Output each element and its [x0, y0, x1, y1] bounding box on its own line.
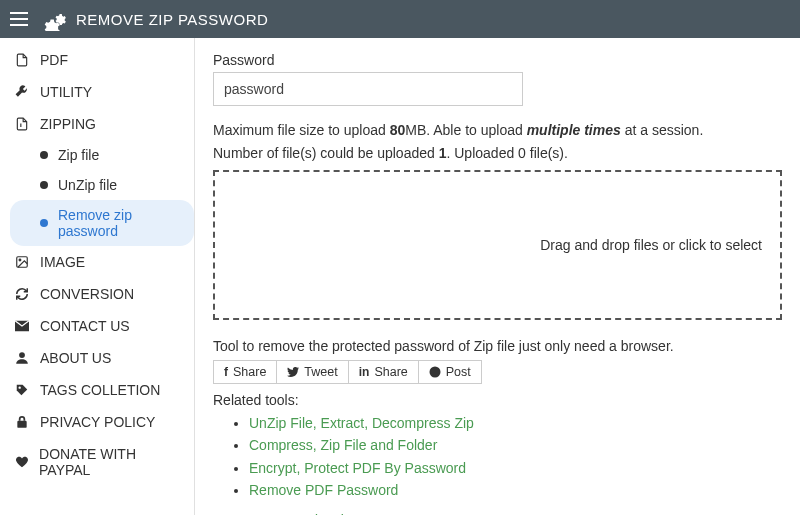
sidebar: PDF UTILITY ZIPPING Zip file UnZip file — [0, 38, 195, 515]
sidebar-item-utility[interactable]: UTILITY — [0, 76, 194, 108]
share-reddit-button[interactable]: Post — [419, 361, 481, 383]
reddit-icon — [429, 366, 441, 378]
related-tools-title: Related tools: — [213, 392, 782, 408]
sidebar-item-zipping[interactable]: ZIPPING — [0, 108, 194, 140]
sidebar-item-image[interactable]: IMAGE — [0, 246, 194, 278]
sidebar-item-label: UTILITY — [40, 84, 92, 100]
app-header: REMOVE ZIP PASSWORD — [0, 0, 800, 38]
bullet-icon — [40, 219, 48, 227]
facebook-icon: f — [224, 365, 228, 379]
tag-link[interactable]: #zip — [326, 512, 352, 515]
svg-point-2 — [19, 259, 21, 261]
sidebar-item-label: PRIVACY POLICY — [40, 414, 155, 430]
tag-link[interactable]: #password — [250, 512, 318, 515]
svg-point-3 — [19, 352, 25, 358]
sidebar-item-conversion[interactable]: CONVERSION — [0, 278, 194, 310]
svg-point-6 — [429, 367, 440, 378]
tool-description: Tool to remove the protected password of… — [213, 338, 782, 354]
dropzone-text: Drag and drop files or click to select — [540, 237, 762, 253]
sidebar-subitem-remove-zip-password[interactable]: Remove zip password — [10, 200, 194, 246]
sidebar-item-label: TAGS COLLETION — [40, 382, 160, 398]
bullet-icon — [40, 181, 48, 189]
sidebar-item-donate[interactable]: DONATE WITH PAYPAL — [0, 438, 194, 486]
sidebar-item-label: CONVERSION — [40, 286, 134, 302]
file-pdf-icon — [14, 52, 30, 68]
password-label: Password — [213, 52, 782, 68]
envelope-icon — [14, 320, 30, 332]
sidebar-item-label: IMAGE — [40, 254, 85, 270]
share-bar: f Share Tweet in Share Post — [213, 360, 482, 384]
file-zip-icon — [14, 116, 30, 132]
bullet-icon — [40, 151, 48, 159]
sidebar-subitem-zip-file[interactable]: Zip file — [10, 140, 194, 170]
tag-icon — [14, 383, 30, 397]
wrench-icon — [14, 85, 30, 99]
sidebar-item-contact[interactable]: CONTACT US — [0, 310, 194, 342]
gears-icon — [38, 7, 66, 31]
linkedin-icon: in — [359, 365, 370, 379]
tags-line: Tags: #password, #zip — [213, 512, 782, 515]
menu-icon[interactable] — [10, 12, 28, 26]
upload-count-text: Number of file(s) could be uploaded 1. U… — [213, 143, 782, 164]
sidebar-item-label: PDF — [40, 52, 68, 68]
sidebar-item-pdf[interactable]: PDF — [0, 44, 194, 76]
share-facebook-button[interactable]: f Share — [214, 361, 277, 383]
password-input[interactable] — [213, 72, 523, 106]
twitter-icon — [287, 367, 299, 377]
related-link[interactable]: Compress, Zip File and Folder — [249, 434, 782, 456]
related-link[interactable]: Remove PDF Password — [249, 479, 782, 501]
main-content: Password Maximum file size to upload 80M… — [195, 38, 800, 515]
sidebar-item-label: CONTACT US — [40, 318, 130, 334]
refresh-icon — [14, 287, 30, 301]
zipping-submenu: Zip file UnZip file Remove zip password — [0, 140, 194, 246]
sidebar-item-label: DONATE WITH PAYPAL — [39, 446, 182, 478]
sidebar-subitem-unzip-file[interactable]: UnZip file — [10, 170, 194, 200]
sidebar-subitem-label: Remove zip password — [58, 207, 184, 239]
user-icon — [14, 351, 30, 365]
image-icon — [14, 255, 30, 269]
share-linkedin-button[interactable]: in Share — [349, 361, 419, 383]
sidebar-subitem-label: Zip file — [58, 147, 99, 163]
related-link[interactable]: UnZip File, Extract, Decompress Zip — [249, 412, 782, 434]
svg-point-4 — [19, 387, 21, 389]
related-link[interactable]: Encrypt, Protect PDF By Password — [249, 457, 782, 479]
heart-icon — [14, 455, 29, 469]
sidebar-item-about[interactable]: ABOUT US — [0, 342, 194, 374]
related-tools-list: UnZip File, Extract, Decompress Zip Comp… — [249, 412, 782, 502]
sidebar-item-privacy[interactable]: PRIVACY POLICY — [0, 406, 194, 438]
sidebar-item-label: ABOUT US — [40, 350, 111, 366]
page-title: REMOVE ZIP PASSWORD — [76, 11, 268, 28]
upload-limit-text: Maximum file size to upload 80MB. Able t… — [213, 120, 782, 141]
lock-icon — [14, 414, 30, 430]
file-dropzone[interactable]: Drag and drop files or click to select — [213, 170, 782, 320]
svg-rect-5 — [17, 421, 26, 428]
share-twitter-button[interactable]: Tweet — [277, 361, 348, 383]
sidebar-subitem-label: UnZip file — [58, 177, 117, 193]
sidebar-item-tags[interactable]: TAGS COLLETION — [0, 374, 194, 406]
sidebar-item-label: ZIPPING — [40, 116, 96, 132]
